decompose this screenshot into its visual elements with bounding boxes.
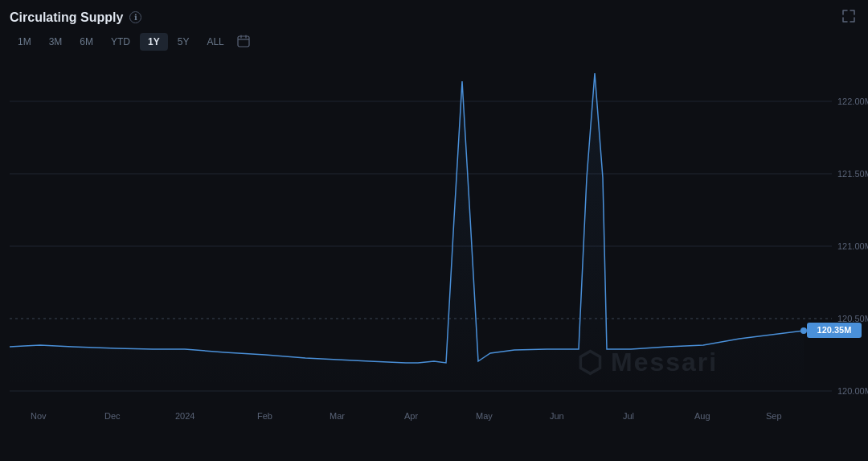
svg-rect-0 xyxy=(238,36,249,47)
current-value-dot xyxy=(800,327,807,334)
tf-6m[interactable]: 6M xyxy=(72,33,101,51)
x-label-mar: Mar xyxy=(330,411,345,421)
x-label-jun: Jun xyxy=(550,411,564,421)
tf-ytd[interactable]: YTD xyxy=(103,33,138,51)
calendar-icon[interactable] xyxy=(237,35,250,50)
y-label-2: 121.50M xyxy=(837,169,868,179)
x-label-sep: Sep xyxy=(766,411,782,421)
info-icon[interactable]: ℹ xyxy=(129,11,141,23)
x-label-feb: Feb xyxy=(257,411,272,421)
tf-3m[interactable]: 3M xyxy=(41,33,71,51)
x-label-apr: Apr xyxy=(404,411,418,421)
x-label-may: May xyxy=(476,411,493,421)
chart-container: Circulating Supply ℹ 1M 3M 6M YTD 1Y 5Y … xyxy=(0,0,868,461)
tf-1y[interactable]: 1Y xyxy=(140,33,168,51)
chart-line xyxy=(10,73,804,363)
x-label-2024: 2024 xyxy=(175,411,194,421)
messari-watermark-logo: ⬡ xyxy=(577,346,602,379)
title-row: Circulating Supply ℹ xyxy=(10,10,141,25)
y-label-4: 120.50M xyxy=(837,314,868,323)
x-label-nov: Nov xyxy=(31,411,47,421)
tf-all[interactable]: ALL xyxy=(199,33,231,51)
y-label-3: 121.00M xyxy=(837,241,868,251)
chart-area: 122.00M 121.50M 121.00M 120.50M 120.00M … xyxy=(0,57,868,451)
current-value-badge-text: 120.35M xyxy=(817,325,852,335)
x-label-dec: Dec xyxy=(104,411,121,421)
chart-title: Circulating Supply xyxy=(10,10,123,25)
chart-fill xyxy=(10,73,804,391)
x-label-jul: Jul xyxy=(623,411,634,421)
tf-1m[interactable]: 1M xyxy=(10,33,39,51)
chart-svg: 122.00M 121.50M 121.00M 120.50M 120.00M … xyxy=(0,57,868,451)
y-label-1: 122.00M xyxy=(837,97,868,106)
messari-watermark-text: Messari xyxy=(611,348,718,377)
fullscreen-icon[interactable] xyxy=(842,10,855,25)
tf-5y[interactable]: 5Y xyxy=(170,33,198,51)
x-label-aug: Aug xyxy=(694,411,710,421)
y-label-5: 120.00M xyxy=(837,386,868,396)
chart-header: Circulating Supply ℹ xyxy=(0,10,868,25)
timeframe-selector: 1M 3M 6M YTD 1Y 5Y ALL xyxy=(0,33,868,51)
